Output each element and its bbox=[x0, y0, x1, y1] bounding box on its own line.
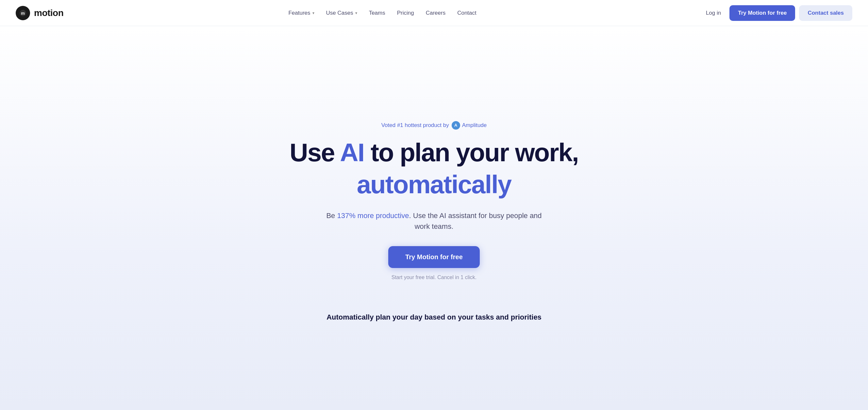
nav-actions: Log in Try Motion for free Contact sales bbox=[701, 5, 852, 21]
contact-sales-nav-button[interactable]: Contact sales bbox=[799, 5, 852, 21]
nav-contact[interactable]: Contact bbox=[453, 7, 481, 19]
use-cases-chevron-icon: ▾ bbox=[355, 11, 357, 15]
hero-heading-line1: Use AI to plan your work, bbox=[289, 139, 578, 167]
nav-links: Features ▾ Use Cases ▾ Teams Pricing Car… bbox=[284, 7, 481, 19]
hero-heading-auto: automatically bbox=[357, 171, 512, 199]
nav-pricing[interactable]: Pricing bbox=[393, 7, 418, 19]
navbar: m motion Features ▾ Use Cases ▾ Teams Pr… bbox=[0, 0, 868, 26]
svg-text:m: m bbox=[21, 11, 25, 16]
hero-description: Be 137% more productive. Use the AI assi… bbox=[320, 210, 548, 232]
auto-plan-heading: Automatically plan your day based on you… bbox=[327, 313, 541, 321]
amplitude-name: Amplitude bbox=[462, 122, 487, 129]
nav-use-cases[interactable]: Use Cases ▾ bbox=[321, 7, 362, 19]
hero-section: Voted #1 hottest product by A Amplitude … bbox=[0, 26, 868, 410]
features-chevron-icon: ▾ bbox=[312, 11, 314, 15]
logo-icon: m bbox=[16, 6, 30, 20]
nav-careers[interactable]: Careers bbox=[421, 7, 450, 19]
logo-link[interactable]: m motion bbox=[16, 6, 63, 20]
ai-highlight: AI bbox=[340, 138, 364, 167]
amplitude-logo: A Amplitude bbox=[452, 121, 487, 130]
productivity-highlight: 137% more productive bbox=[337, 211, 409, 220]
amplitude-icon: A bbox=[452, 121, 460, 130]
login-button[interactable]: Log in bbox=[701, 7, 725, 19]
logo-text: motion bbox=[34, 8, 63, 18]
voted-badge: Voted #1 hottest product by A Amplitude bbox=[381, 121, 487, 130]
try-motion-hero-button[interactable]: Try Motion for free bbox=[388, 246, 480, 268]
try-motion-nav-button[interactable]: Try Motion for free bbox=[730, 5, 795, 21]
trial-note: Start your free trial. Cancel in 1 click… bbox=[392, 275, 477, 280]
nav-features[interactable]: Features ▾ bbox=[284, 7, 319, 19]
nav-teams[interactable]: Teams bbox=[364, 7, 390, 19]
